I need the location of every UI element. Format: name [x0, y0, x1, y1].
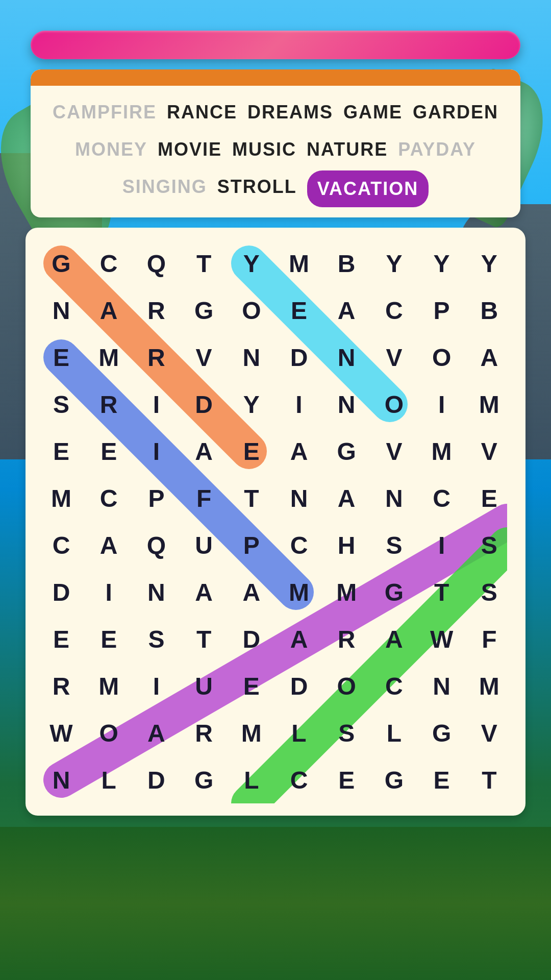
grid-cell[interactable]: V [181, 334, 228, 381]
grid-cell[interactable]: E [228, 428, 275, 475]
grid-cell[interactable]: S [370, 522, 417, 569]
grid-cell[interactable]: V [466, 709, 513, 756]
grid-cell[interactable]: L [276, 709, 322, 756]
grid-cell[interactable]: D [181, 381, 228, 428]
grid-cell[interactable]: L [370, 709, 417, 756]
grid-cell[interactable]: A [85, 287, 132, 334]
grid-cell[interactable]: N [38, 287, 85, 334]
grid-cell[interactable]: R [85, 381, 132, 428]
grid-cell[interactable]: C [85, 240, 132, 287]
grid-cell[interactable]: A [370, 616, 417, 663]
grid-cell[interactable]: C [370, 287, 417, 334]
grid-cell[interactable]: P [133, 475, 180, 522]
grid-cell[interactable]: E [466, 475, 513, 522]
grid-cell[interactable]: O [370, 381, 417, 428]
grid-cell[interactable]: N [133, 569, 180, 616]
grid-cell[interactable]: I [133, 428, 180, 475]
grid-cell[interactable]: S [323, 709, 370, 756]
grid-cell[interactable]: N [323, 334, 370, 381]
grid-cell[interactable]: A [181, 569, 228, 616]
grid-cell[interactable]: M [323, 569, 370, 616]
grid-cell[interactable]: R [323, 616, 370, 663]
grid-cell[interactable]: M [418, 428, 465, 475]
grid-cell[interactable]: I [133, 381, 180, 428]
grid-cell[interactable]: N [323, 381, 370, 428]
grid-cell[interactable]: C [418, 475, 465, 522]
grid-cell[interactable]: G [370, 756, 417, 803]
grid-cell[interactable]: G [38, 240, 85, 287]
grid-cell[interactable]: M [38, 475, 85, 522]
grid-cell[interactable]: M [276, 240, 322, 287]
grid-cell[interactable]: G [323, 428, 370, 475]
grid-cell[interactable]: S [133, 616, 180, 663]
grid-cell[interactable]: A [228, 569, 275, 616]
grid-cell[interactable]: Y [370, 240, 417, 287]
grid-cell[interactable]: B [323, 240, 370, 287]
grid-cell[interactable]: R [133, 287, 180, 334]
grid-cell[interactable]: M [276, 569, 322, 616]
grid-cell[interactable]: Q [133, 240, 180, 287]
grid-cell[interactable]: A [181, 428, 228, 475]
grid-cell[interactable]: A [85, 522, 132, 569]
grid-cell[interactable]: G [181, 756, 228, 803]
grid-cell[interactable]: H [323, 522, 370, 569]
grid-cell[interactable]: A [323, 475, 370, 522]
grid-cell[interactable]: V [370, 334, 417, 381]
grid-cell[interactable]: L [228, 756, 275, 803]
grid-cell[interactable]: A [276, 428, 322, 475]
grid-cell[interactable]: A [276, 616, 322, 663]
grid-cell[interactable]: O [228, 287, 275, 334]
grid-cell[interactable]: M [466, 663, 513, 709]
grid-cell[interactable]: T [466, 756, 513, 803]
grid-cell[interactable]: E [228, 663, 275, 709]
grid-cell[interactable]: G [181, 287, 228, 334]
grid-cell[interactable]: Y [466, 240, 513, 287]
grid-cell[interactable]: C [85, 475, 132, 522]
grid-cell[interactable]: U [181, 522, 228, 569]
grid-cell[interactable]: A [323, 287, 370, 334]
grid-cell[interactable]: C [370, 663, 417, 709]
grid-cell[interactable]: I [418, 522, 465, 569]
grid-cell[interactable]: F [181, 475, 228, 522]
grid-cell[interactable]: E [85, 428, 132, 475]
grid-cell[interactable]: G [370, 569, 417, 616]
grid-cell[interactable]: V [466, 428, 513, 475]
grid-cell[interactable]: Y [228, 240, 275, 287]
grid-cell[interactable]: W [418, 616, 465, 663]
grid-cell[interactable]: T [181, 240, 228, 287]
grid-cell[interactable]: N [38, 756, 85, 803]
grid-cell[interactable]: E [38, 616, 85, 663]
grid-cell[interactable]: R [38, 663, 85, 709]
grid-cell[interactable]: A [133, 709, 180, 756]
grid-cell[interactable]: O [323, 663, 370, 709]
grid-cell[interactable]: N [370, 475, 417, 522]
grid-cell[interactable]: M [466, 381, 513, 428]
grid-cell[interactable]: N [418, 663, 465, 709]
grid-cell[interactable]: D [276, 663, 322, 709]
grid-cell[interactable]: O [418, 334, 465, 381]
grid-cell[interactable]: F [466, 616, 513, 663]
grid-cell[interactable]: S [38, 381, 85, 428]
grid-cell[interactable]: N [228, 334, 275, 381]
grid-cell[interactable]: W [38, 709, 85, 756]
grid-cell[interactable]: D [276, 334, 322, 381]
grid-cell[interactable]: M [85, 663, 132, 709]
grid-cell[interactable]: E [323, 756, 370, 803]
grid-cell[interactable]: T [181, 616, 228, 663]
grid-cell[interactable]: Y [418, 240, 465, 287]
grid-cell[interactable]: Y [228, 381, 275, 428]
grid-cell[interactable]: U [181, 663, 228, 709]
grid-cell[interactable]: I [133, 663, 180, 709]
grid-cell[interactable]: M [85, 334, 132, 381]
grid-cell[interactable]: S [466, 522, 513, 569]
grid-cell[interactable]: R [133, 334, 180, 381]
grid-cell[interactable]: B [466, 287, 513, 334]
grid-cell[interactable]: E [276, 287, 322, 334]
grid-cell[interactable]: P [418, 287, 465, 334]
grid-cell[interactable]: N [276, 475, 322, 522]
grid-cell[interactable]: E [418, 756, 465, 803]
grid-cell[interactable]: E [38, 334, 85, 381]
grid-cell[interactable]: V [370, 428, 417, 475]
grid-cell[interactable]: D [38, 569, 85, 616]
grid-cell[interactable]: D [133, 756, 180, 803]
